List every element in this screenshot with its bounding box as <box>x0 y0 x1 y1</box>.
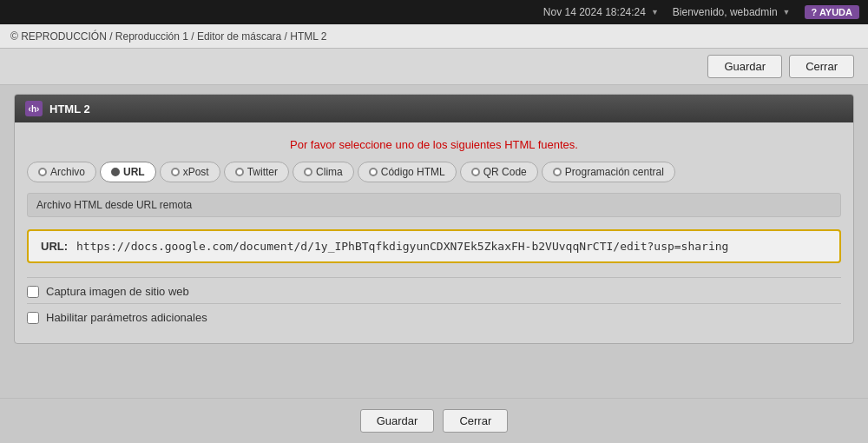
save-button-top[interactable]: Guardar <box>707 55 782 78</box>
top-bar: Nov 14 2024 18:24:24 ▼ Bienvenido, webad… <box>0 0 868 24</box>
tab-archivo-label: Archivo <box>50 166 85 178</box>
tab-twitter-radio <box>235 168 244 176</box>
tab-clima[interactable]: Clima <box>293 162 354 182</box>
url-label: URL: <box>41 240 68 253</box>
close-button-bottom[interactable]: Cerrar <box>443 409 508 433</box>
panel-body: Por favor seleccione uno de los siguient… <box>15 122 853 343</box>
tab-qr-code[interactable]: QR Code <box>460 162 538 182</box>
datetime-section: Nov 14 2024 18:24:24 ▼ <box>543 6 659 18</box>
tab-clima-radio <box>304 168 312 176</box>
datetime-label: Nov 14 2024 18:24:24 <box>543 6 646 18</box>
tab-qr-label: QR Code <box>483 166 527 178</box>
checkbox-parametros-row: Habilitar parámetros adicionales <box>27 303 841 329</box>
close-button-top[interactable]: Cerrar <box>789 55 854 78</box>
tab-url[interactable]: URL <box>100 162 156 182</box>
tab-codigo-html[interactable]: Código HTML <box>358 162 457 182</box>
checkbox-captura-row: Captura imagen de sitio web <box>27 277 841 303</box>
breadcrumb: © REPRODUCCIÓN / Reproducción 1 / Editor… <box>0 24 868 49</box>
checkbox-parametros-label: Habilitar parámetros adicionales <box>46 311 207 324</box>
tab-xpost[interactable]: xPost <box>160 162 220 182</box>
tab-codigo-html-label: Código HTML <box>381 166 445 178</box>
url-row: URL: <box>27 229 841 263</box>
tab-programacion-radio <box>553 168 562 176</box>
page-layout: Nov 14 2024 18:24:24 ▼ Bienvenido, webad… <box>0 0 868 443</box>
tab-twitter-label: Twitter <box>247 166 278 178</box>
content-area: ‹h› HTML 2 Por favor seleccione uno de l… <box>0 85 868 398</box>
tab-programacion-label: Programación central <box>565 166 664 178</box>
user-section: Bienvenido, webadmin ▼ <box>673 6 791 18</box>
checkbox-captura[interactable] <box>27 286 39 298</box>
breadcrumb-text: © REPRODUCCIÓN / Reproducción 1 / Editor… <box>10 30 327 43</box>
tab-url-label: URL <box>123 166 145 178</box>
tab-archivo[interactable]: Archivo <box>27 162 96 182</box>
error-message: Por favor seleccione uno de los siguient… <box>27 138 841 151</box>
tab-qr-radio <box>471 168 480 176</box>
save-button-bottom[interactable]: Guardar <box>360 409 435 433</box>
panel-header: ‹h› HTML 2 <box>15 95 853 122</box>
panel-icon: ‹h› <box>25 101 43 116</box>
tab-programacion[interactable]: Programación central <box>542 162 675 182</box>
action-bar: Guardar Cerrar <box>0 49 868 85</box>
tab-clima-label: Clima <box>316 166 343 178</box>
panel: ‹h› HTML 2 Por favor seleccione uno de l… <box>14 94 854 344</box>
tab-twitter[interactable]: Twitter <box>224 162 289 182</box>
bottom-bar: Guardar Cerrar <box>0 398 868 443</box>
tab-codigo-html-radio <box>369 168 378 176</box>
user-dropdown-arrow[interactable]: ▼ <box>783 8 791 17</box>
datetime-dropdown-arrow[interactable]: ▼ <box>651 8 659 17</box>
tab-url-radio <box>111 168 120 176</box>
tab-xpost-label: xPost <box>183 166 209 178</box>
checkbox-captura-label: Captura imagen de sitio web <box>46 285 189 298</box>
tab-archivo-radio <box>38 168 47 176</box>
section-label: Archivo HTML desde URL remota <box>27 193 841 217</box>
user-label: Bienvenido, webadmin <box>673 6 778 18</box>
tabs-row: Archivo URL xPost Twitter <box>27 162 841 182</box>
panel-title: HTML 2 <box>49 102 90 116</box>
help-button[interactable]: ? AYUDA <box>805 5 859 19</box>
tab-xpost-radio <box>171 168 180 176</box>
checkbox-parametros[interactable] <box>27 312 39 324</box>
url-input[interactable] <box>76 240 827 253</box>
